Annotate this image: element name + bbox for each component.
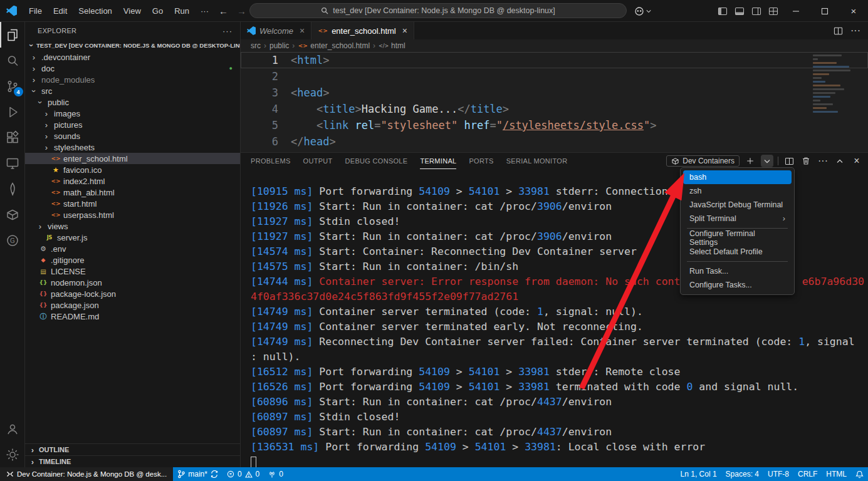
panel-tab-terminal[interactable]: TERMINAL	[420, 153, 456, 169]
close-icon[interactable]: ×	[402, 26, 407, 36]
activity-source-control-button[interactable]: 4	[0, 73, 25, 99]
breadcrumb-enter-school-html[interactable]: <>enter_school.html	[298, 41, 370, 50]
activity-extensions-button[interactable]	[0, 125, 25, 150]
problems-indicator[interactable]: 0 0	[222, 467, 264, 481]
menubar-item-view[interactable]: View	[118, 4, 147, 18]
tree-item-gitignore[interactable]: ◆.gitignore	[25, 254, 240, 266]
menubar-item-file[interactable]: File	[23, 4, 48, 18]
tree-item-index2-html[interactable]: <>index2.html	[25, 175, 240, 187]
tree-item-node-modules[interactable]: ›node_modules	[25, 74, 240, 85]
breadcrumb-html[interactable]: </>html	[379, 41, 405, 50]
code-editor[interactable]: 1<html>23<head>4 <title>Hacking Game...<…	[241, 52, 868, 152]
menubar-item-run[interactable]: Run	[169, 4, 195, 18]
split-editor-icon[interactable]	[834, 26, 843, 36]
kill-terminal-button[interactable]	[800, 155, 812, 167]
maximize-button[interactable]	[810, 0, 839, 22]
activity-containers-button[interactable]	[0, 202, 25, 227]
panel-tab-problems[interactable]: PROBLEMS	[251, 153, 291, 169]
remote-indicator[interactable]: Dev Container: Node.js & Mongo DB @ desk…	[0, 467, 173, 481]
tree-item-src[interactable]: ›src	[25, 85, 240, 96]
branch-indicator[interactable]: main*	[173, 467, 222, 481]
menu-item-run-task[interactable]: Run Task...	[683, 264, 792, 278]
minimap[interactable]	[813, 54, 859, 113]
terminal-profile-chip[interactable]: Dev Containers	[666, 155, 740, 167]
breadcrumb-src[interactable]: src	[251, 41, 261, 50]
eol-sequence[interactable]: CRLF	[793, 467, 822, 481]
toggle-panel-button[interactable]	[731, 3, 748, 19]
back-arrow-icon[interactable]: ←	[214, 6, 233, 16]
accounts-button[interactable]	[0, 416, 25, 442]
tree-item-package-lock-json[interactable]: {}package-lock.json	[25, 288, 240, 299]
activity-search-button[interactable]	[0, 48, 25, 73]
tree-item-views[interactable]: ›views	[25, 220, 240, 232]
tree-item-public[interactable]: ›public	[25, 96, 240, 108]
settings-button[interactable]	[0, 442, 25, 467]
panel-tab-output[interactable]: OUTPUT	[303, 153, 333, 169]
indentation[interactable]: Spaces: 4	[721, 467, 763, 481]
section-outline[interactable]: ›OUTLINE	[25, 443, 240, 455]
forward-arrow-icon[interactable]: →	[233, 6, 251, 16]
terminal-profile-dropdown-button[interactable]	[761, 155, 773, 167]
tree-item-server-js[interactable]: JSserver.js	[25, 232, 240, 243]
menu-item-bash[interactable]: bash	[683, 170, 792, 184]
close-icon[interactable]: ×	[300, 26, 305, 36]
close-window-button[interactable]: ×	[839, 0, 868, 22]
split-terminal-button[interactable]	[783, 155, 795, 167]
menubar-item-selection[interactable]: Selection	[73, 4, 117, 18]
customize-layout-button[interactable]	[765, 3, 782, 19]
minimize-button[interactable]	[782, 0, 810, 22]
tree-item-math-abi-html[interactable]: <>math_abi.html	[25, 187, 240, 198]
menu-item-zsh[interactable]: zsh	[683, 184, 792, 198]
menubar-item-go[interactable]: Go	[147, 4, 169, 18]
ports-indicator[interactable]: 0	[264, 467, 288, 481]
activity-mongodb-button[interactable]	[0, 176, 25, 202]
tree-item-enter-school-html[interactable]: <>enter_school.html	[25, 153, 240, 164]
activity-gitlens-button[interactable]: G	[0, 227, 25, 253]
tab-welcome[interactable]: Welcome×	[241, 22, 311, 39]
panel-tab-debug-console[interactable]: DEBUG CONSOLE	[345, 153, 408, 169]
tree-item-images[interactable]: ›images	[25, 108, 240, 119]
breadcrumb-public[interactable]: public	[269, 41, 289, 50]
tree-item-stylesheets[interactable]: ›stylesheets	[25, 142, 240, 153]
tree-item-license[interactable]: ▤LICENSE	[25, 266, 240, 277]
maximize-panel-button[interactable]	[834, 155, 846, 167]
tree-item-nodemon-json[interactable]: {}nodemon.json	[25, 277, 240, 288]
new-terminal-button[interactable]	[744, 155, 756, 167]
tree-item-doc[interactable]: ›doc●	[25, 63, 240, 74]
menu-item-split-terminal[interactable]: Split Terminal›	[683, 212, 792, 225]
tree-item-pictures[interactable]: ›pictures	[25, 119, 240, 130]
tree-item-start-html[interactable]: <>start.html	[25, 198, 240, 209]
tree-item-env[interactable]: ⚙.env	[25, 243, 240, 254]
copilot-menu-button[interactable]	[634, 6, 651, 16]
menu-item-javascript-debug-terminal[interactable]: JavaScript Debug Terminal	[683, 198, 792, 212]
encoding[interactable]: UTF-8	[763, 467, 793, 481]
menu-item-configure-terminal-settings[interactable]: Configure Terminal Settings	[683, 231, 792, 245]
explorer-more-actions-icon[interactable]: ···	[222, 26, 233, 36]
activity-explorer-button[interactable]	[0, 22, 25, 48]
tree-item-readme-md[interactable]: ⓘREADME.md	[25, 311, 240, 322]
activity-run-debug-button[interactable]	[0, 99, 25, 125]
language-mode[interactable]: HTML	[822, 467, 851, 481]
command-center-search[interactable]: test_dev [Dev Container: Node.js & Mongo…	[249, 3, 627, 18]
panel-more-actions-icon[interactable]: ···	[817, 155, 829, 167]
menu-item-select-default-profile[interactable]: Select Default Profile	[683, 245, 792, 259]
tab-enter-school-html[interactable]: <>enter_school.html×	[311, 22, 414, 39]
menubar-item-edit[interactable]: Edit	[48, 4, 73, 18]
panel-tab-ports[interactable]: PORTS	[469, 153, 493, 169]
cursor-position[interactable]: Ln 1, Col 1	[676, 467, 721, 481]
tree-item-userpass-html[interactable]: <>userpass.html	[25, 209, 240, 220]
workspace-root-item[interactable]: › TEST_DEV [DEV CONTAINER: NODE.JS & MON…	[25, 39, 240, 51]
toggle-secondary-sidebar-button[interactable]	[748, 3, 765, 19]
editor-more-actions-icon[interactable]: ···	[850, 25, 860, 36]
tree-item-favicon-ico[interactable]: ★favicon.ico	[25, 164, 240, 175]
tree-item-sounds[interactable]: ›sounds	[25, 130, 240, 142]
menu-item-configure-tasks[interactable]: Configure Tasks...	[683, 278, 792, 292]
tree-item-package-json[interactable]: {}package.json	[25, 299, 240, 311]
menubar-item-item[interactable]: ···	[195, 4, 214, 18]
panel-tab-serial-monitor[interactable]: SERIAL MONITOR	[506, 153, 568, 169]
notifications-bell[interactable]	[851, 467, 868, 481]
activity-remote-explorer-button[interactable]	[0, 150, 25, 176]
section-timeline[interactable]: ›TIMELINE	[25, 455, 240, 467]
toggle-primary-sidebar-button[interactable]	[714, 3, 731, 19]
tree-item-devcontainer[interactable]: ›.devcontainer	[25, 51, 240, 63]
